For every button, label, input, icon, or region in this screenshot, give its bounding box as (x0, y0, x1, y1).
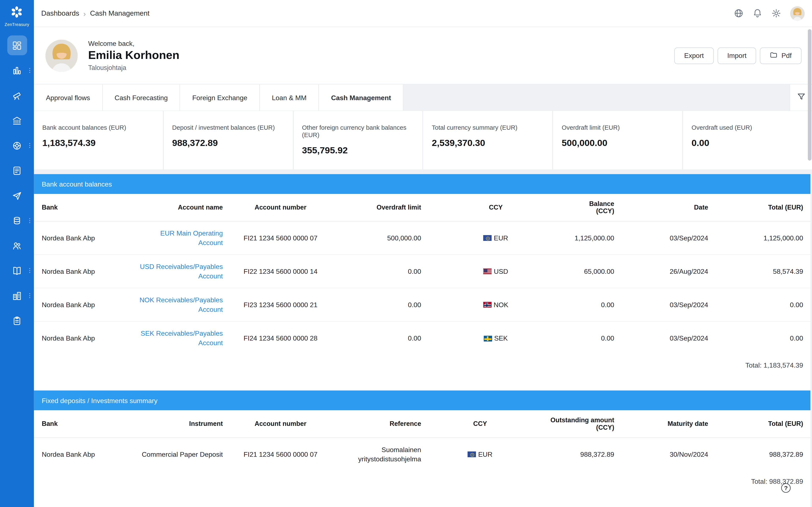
col-total-eur: Total (EUR) (712, 410, 811, 438)
table-header-row: Bank Instrument Account number Reference… (34, 410, 810, 438)
document-pen-icon (12, 166, 22, 176)
zentreasury-logo-icon (10, 5, 24, 21)
bank-cell: Nordea Bank Abp (34, 288, 133, 322)
account-number-cell: FI21 1234 5600 0000 07 (227, 221, 334, 255)
ccy-code: NOK (494, 301, 508, 308)
kebab-menu-icon[interactable]: ⋮ (27, 268, 33, 273)
sidebar-item-dashboards[interactable] (7, 36, 27, 55)
col-bank: Bank (34, 194, 133, 221)
tab-approval-flows[interactable]: Approval flows (34, 84, 103, 110)
tab-loan-mm[interactable]: Loan & MM (260, 84, 319, 110)
account-link[interactable]: SEK Receivables/Payables Account (141, 330, 223, 346)
col-instrument: Instrument (133, 410, 227, 438)
account-link[interactable]: USD Receivables/Payables Account (140, 263, 223, 280)
col-account-number: Account number (227, 194, 334, 221)
export-button[interactable]: Export (674, 47, 714, 64)
user-avatar[interactable] (790, 6, 805, 20)
tabstrip-filler (403, 84, 790, 110)
total-eur-cell: 988,372.89 (712, 438, 811, 471)
sidebar-item-companies[interactable]: ⋮ (7, 286, 27, 305)
pdf-button[interactable]: Pdf (760, 47, 801, 64)
breadcrumb-parent[interactable]: Dashboards (41, 9, 79, 17)
paper-plane-icon (12, 190, 22, 201)
account-link[interactable]: NOK Receivables/Payables Account (140, 296, 223, 313)
nok-flag-icon (483, 302, 492, 308)
card-label: Total currency summary (EUR) (432, 124, 544, 131)
sidebar-item-ledger[interactable]: ⋮ (7, 261, 27, 281)
account-number-cell: FI24 1234 5600 0000 28 (227, 322, 334, 355)
sidebar-item-forecasting[interactable] (7, 86, 27, 105)
bank-cell: Nordea Bank Abp (34, 322, 133, 355)
bank-balances-table: Bank Account name Account number Overdra… (34, 194, 810, 355)
deposit-table-total: Total: 988,372.89 (34, 471, 810, 492)
sidebar-item-counterparties[interactable] (7, 235, 27, 256)
table-row: Nordea Bank Abp USD Receivables/Payables… (34, 255, 810, 288)
card-value: 355,795.92 (302, 145, 414, 156)
eur-flag-icon (484, 235, 492, 241)
breadcrumb-current: Cash Management (90, 9, 150, 17)
card-overdraft-limit: Overdraft limit (EUR) 500,000.00 (553, 111, 682, 169)
balance-cell: 0.00 (566, 288, 618, 322)
tab-cash-forecasting[interactable]: Cash Forecasting (103, 84, 180, 110)
kebab-menu-icon[interactable]: ⋮ (27, 143, 33, 148)
notifications-bell-icon[interactable] (753, 8, 763, 18)
maturity-date-cell: 30/Nov/2024 (618, 438, 712, 471)
globe-icon[interactable] (734, 8, 744, 18)
kebab-menu-icon[interactable]: ⋮ (27, 218, 33, 223)
card-label: Bank account balances (EUR) (42, 124, 154, 131)
sidebar-item-contracts[interactable] (7, 161, 27, 180)
sidebar-item-banking[interactable] (7, 110, 27, 130)
account-name-cell: USD Receivables/Payables Account (133, 255, 227, 288)
card-deposit-balances: Deposit / investment balances (EUR) 988,… (164, 111, 293, 169)
ccy-code: USD (494, 268, 508, 275)
account-link[interactable]: EUR Main Operating Account (160, 229, 223, 246)
settings-gear-icon[interactable] (771, 8, 781, 18)
sek-flag-icon (484, 335, 492, 341)
bank-table-total: Total: 1,183,574.39 (34, 355, 810, 376)
sidebar-item-limits[interactable]: ⋮ (7, 135, 27, 156)
card-overdraft-used: Overdraft used (EUR) 0.00 (683, 111, 812, 169)
sidebar-item-deposits[interactable]: ⋮ (7, 211, 27, 230)
card-bank-balances: Bank account balances (EUR) 1,183,574.39 (34, 111, 163, 169)
bank-icon (12, 116, 22, 125)
folder-icon (770, 51, 778, 60)
brand-name: ZenTreasury (5, 22, 30, 27)
tab-foreign-exchange[interactable]: Foreign Exchange (180, 84, 260, 110)
ccy-cell: NOK (425, 288, 566, 322)
kebab-menu-icon[interactable]: ⋮ (27, 68, 33, 73)
buildings-icon (12, 291, 22, 300)
chevron-right-icon: › (83, 9, 86, 17)
sidebar-item-payments[interactable] (7, 186, 27, 206)
col-account-number: Account number (227, 410, 334, 438)
col-date: Date (618, 194, 712, 221)
ccy-code: EUR (494, 234, 508, 242)
balance-cell: 1,125,000.00 (566, 221, 618, 255)
account-name-cell: SEK Receivables/Payables Account (133, 322, 227, 355)
card-value: 988,372.89 (172, 138, 284, 149)
user-role: Talousjohtaja (88, 64, 179, 72)
date-cell: 03/Sep/2024 (618, 221, 712, 255)
total-eur-cell: 0.00 (712, 288, 811, 322)
welcome-panel: Welcome back, Emilia Korhonen Talousjoht… (34, 27, 812, 84)
table-row: Nordea Bank Abp SEK Receivables/Payables… (34, 322, 810, 355)
overdraft-limit-cell: 0.00 (334, 288, 425, 322)
sidebar-item-audit[interactable] (7, 311, 27, 331)
user-name: Emilia Korhonen (88, 49, 179, 62)
overdraft-limit-cell: 0.00 (334, 255, 425, 288)
overdraft-limit-cell: 500,000.00 (334, 221, 425, 255)
balance-cell: 0.00 (566, 322, 618, 355)
card-foreign-currency: Other foreign currency bank balances (EU… (294, 111, 422, 169)
card-value: 0.00 (692, 138, 804, 149)
deposits-section: Fixed deposits / Investments summary Ban… (34, 390, 810, 507)
instrument-cell: Commercial Paper Deposit (133, 438, 227, 471)
tab-cash-management[interactable]: Cash Management (319, 84, 403, 110)
topbar: Dashboards › Cash Management (34, 0, 812, 27)
book-icon (12, 266, 22, 276)
help-button[interactable]: ? (781, 483, 791, 493)
sidebar-item-reports[interactable]: ⋮ (7, 60, 27, 80)
import-button[interactable]: Import (717, 47, 756, 64)
kebab-menu-icon[interactable]: ⋮ (27, 293, 33, 298)
brand-logo[interactable]: ZenTreasury (5, 5, 30, 27)
vertical-scrollbar-thumb[interactable] (808, 29, 811, 161)
card-label: Deposit / investment balances (EUR) (172, 124, 284, 131)
